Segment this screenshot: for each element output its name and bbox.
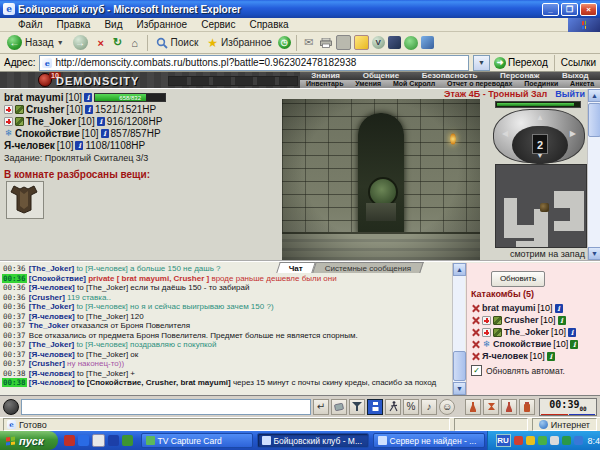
quick-launch-icon[interactable] [78,435,89,446]
edit-icon[interactable] [336,35,351,50]
player-name[interactable]: Я-человек [4,140,55,151]
scroll-down-icon[interactable]: ▼ [588,247,600,260]
roster-name[interactable]: Crusher [504,315,539,325]
nav-link[interactable]: Поединки [524,80,558,88]
history-icon[interactable]: ◷ [278,36,291,49]
people-icon[interactable] [421,36,434,49]
info-badge-icon[interactable]: i [75,141,83,150]
player-name[interactable]: Crusher [26,104,64,115]
stop-button[interactable]: × [94,36,108,50]
clear-icon[interactable] [331,399,347,415]
address-dropdown-icon[interactable]: ▼ [473,55,490,71]
menu-item[interactable]: Справка [242,19,295,30]
nav-link[interactable]: Персонаж [500,72,539,80]
chat-scrollbar[interactable]: ▲ ▼ [452,263,465,395]
pad-north-arrow-icon[interactable]: ▲ [536,114,544,122]
scroll-up-icon[interactable]: ▲ [588,89,600,102]
refresh-button[interactable]: ↻ [111,36,125,50]
minimize-button[interactable]: _ [542,3,559,16]
info-badge-icon[interactable]: i [568,328,576,337]
quick-launch-icon[interactable] [122,435,133,446]
chat-input[interactable] [21,399,311,415]
quick-launch-icon[interactable] [92,434,105,447]
maximize-button[interactable]: ❐ [561,3,578,16]
tab-chat[interactable]: Чат [276,262,316,273]
tray-icon[interactable] [538,436,547,445]
send-button[interactable]: ↵ [313,399,329,415]
nav-link[interactable]: Анкета [570,80,594,88]
info-badge-icon[interactable]: i [555,304,563,313]
taskbar-task-button[interactable]: TV Capture Card [141,433,253,448]
nav-link[interactable]: Безопасность [422,72,478,80]
chat-settings-icon[interactable] [3,399,19,415]
info-badge-icon[interactable]: i [558,316,566,325]
quick-launch-icon[interactable] [64,435,75,446]
player-name[interactable]: The_Joker [26,116,76,127]
auto-refresh-checkbox[interactable]: ✓ [471,365,482,376]
filter-icon[interactable] [349,399,365,415]
quick-launch-icon[interactable] [108,435,119,446]
close-button[interactable]: × [580,3,597,16]
player-name[interactable]: brat mayumi [4,92,63,103]
tray-icon[interactable] [514,436,523,445]
sound-icon[interactable]: ♪ [421,399,437,415]
dungeon-view[interactable] [282,99,480,260]
pad-east-arrow-icon[interactable]: ▶ [570,130,576,138]
tab-system-messages[interactable]: Системные сообщения [312,262,424,273]
icq-flower-icon[interactable] [404,36,418,50]
address-input[interactable]: e http://demonscity.combats.ru/buttons.p… [39,55,469,71]
info-badge-icon[interactable]: i [85,105,93,114]
dropped-armor-item[interactable] [6,181,44,219]
smiley-icon[interactable]: ☺ [439,399,455,415]
player-name[interactable]: Спокойствие [15,128,80,139]
tray-icon[interactable] [562,436,571,445]
back-chevron-icon[interactable]: ▼ [57,39,64,46]
tray-icon[interactable] [574,436,583,445]
roster-name[interactable]: brat mayumi [482,303,536,313]
info-badge-icon[interactable]: i [547,352,555,361]
runner-icon[interactable] [385,399,401,415]
home-button[interactable]: ⌂ [128,36,142,50]
info-badge-icon[interactable]: i [97,117,105,126]
info-badge-icon[interactable]: i [101,129,109,138]
chat-scroll-down-icon[interactable]: ▼ [453,382,466,395]
info-badge-icon[interactable]: i [84,93,92,102]
potion-icon-4[interactable] [519,399,535,415]
menu-item[interactable]: Сервис [194,19,242,30]
taskbar-task-button[interactable]: Сервер не найден - ... [373,433,485,448]
messenger-icon[interactable] [354,35,369,50]
nav-link[interactable]: Умения [355,80,381,88]
game-scrollbar[interactable]: ▲ ▼ [587,89,600,260]
binoculars-icon[interactable] [388,36,401,49]
forward-button[interactable]: → [70,34,91,51]
chat-scroll-up-icon[interactable]: ▲ [453,263,466,276]
refresh-button[interactable]: Обновить [491,271,545,287]
tray-icon[interactable] [526,436,535,445]
nav-link[interactable]: Знания [311,72,340,80]
nav-link[interactable]: Общение [363,72,400,80]
menu-item[interactable]: Правка [50,19,98,30]
roster-name[interactable]: Я-человек [482,351,528,361]
roster-name[interactable]: Спокойствие [493,339,551,349]
pad-west-arrow-icon[interactable]: ◀ [502,130,508,138]
language-indicator[interactable]: RU [496,434,511,447]
go-button[interactable]: ➜ Переход [494,57,548,69]
print-icon[interactable] [319,36,333,50]
discuss-icon[interactable]: V [372,36,385,49]
info-badge-icon[interactable]: i [570,340,578,349]
back-button[interactable]: ← Назад ▼ [4,34,67,51]
potion-icon-1[interactable] [465,399,481,415]
start-button[interactable]: пуск [0,431,58,450]
favorites-button[interactable]: ★ Избранное [204,35,274,51]
roster-name[interactable]: The_Joker [504,327,549,337]
menu-item[interactable]: Файл [11,19,50,30]
tray-icon[interactable] [550,436,559,445]
menu-item[interactable]: Вид [97,19,129,30]
save-icon[interactable] [367,399,383,415]
percent-icon[interactable]: % [403,399,419,415]
nav-link[interactable]: Отчет о переводах [447,80,512,88]
chat-log[interactable]: 00:36 [The_Joker] to [Я-человек] а больш… [0,263,452,395]
potion-icon-3[interactable] [501,399,517,415]
taskbar-task-button[interactable]: Бойцовский клуб - M... [257,433,369,448]
potion-icon-2[interactable] [483,399,499,415]
